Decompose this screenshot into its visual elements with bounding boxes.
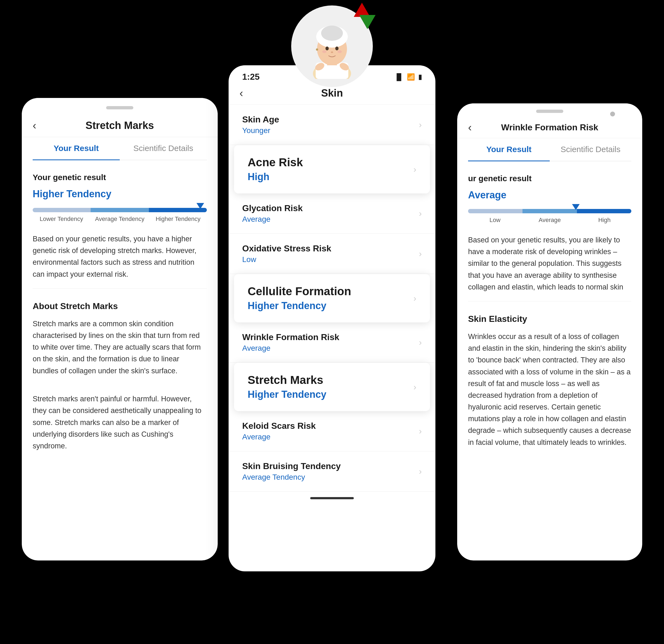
wifi-icon: 📶 [407,73,415,81]
stretch-marks-highlight-chevron-icon: › [413,382,416,392]
tab-your-result-right[interactable]: Your Result [468,138,550,161]
divider-right [468,301,631,302]
status-time: 1:25 [242,72,260,82]
back-arrow-icon[interactable]: ‹ [33,120,36,132]
scale-label-high: High [578,215,631,225]
wrinkle-title: Wrinkle Formation Risk [242,332,339,342]
status-icons: ▐▌ 📶 ▮ [394,73,422,81]
stretch-marks-description: Based on your genetic results, you have … [33,233,207,280]
battery-icon: ▮ [418,73,422,81]
stretch-marks-header: ‹ Stretch Marks [22,114,218,137]
scale-label-3: Higher Tendency [149,214,207,223]
scale-seg-low [468,209,522,213]
about-heading-left: About Stretch Marks [33,299,207,313]
skin-age-title: Skin Age [242,115,279,125]
wrinkle-title: Wrinkle Formation Risk [501,122,598,132]
bruising-content: Skin Bruising Tendency Average Tendency [242,461,341,482]
bruising-subtitle: Average Tendency [242,473,341,482]
scale-label-2: Average Tendency [91,214,148,223]
stretch-marks-tabs: Your Result Scientific Details [33,137,207,160]
skin-elasticity-heading: Skin Elasticity [468,312,631,326]
acne-risk-title: Acne Risk [248,156,303,169]
svg-point-7 [335,46,338,50]
back-arrow-right-icon[interactable]: ‹ [468,121,472,133]
svg-point-8 [331,51,333,53]
list-item-glycation[interactable]: Glycation Risk Average › [229,193,435,234]
about-text-2-left: Stretch marks aren't painful or harmful.… [33,393,207,452]
phone-camera-right [610,111,615,117]
list-item-stretch-marks-highlight[interactable]: Stretch Marks Higher Tendency › [234,363,430,411]
stretch-marks-highlight-content: Stretch Marks Higher Tendency [248,374,326,400]
arrow-green-icon [359,15,376,29]
svg-point-12 [337,50,342,53]
wrinkle-content: ur genetic result Average Low Average Hi… [457,161,642,459]
acne-risk-content: Acne Risk High [248,156,303,183]
list-item-oxidative[interactable]: Oxidative Stress Risk Low › [229,234,435,274]
glycation-subtitle: Average [242,215,303,224]
stretch-marks-highlight-subtitle: Higher Tendency [248,389,326,400]
tab-scientific-details-right[interactable]: Scientific Details [550,138,631,161]
scale-label-low: Low [468,215,522,225]
back-arrow-center-icon[interactable]: ‹ [240,87,243,99]
home-bar-center [310,497,354,499]
svg-point-11 [322,50,327,53]
cellulite-subtitle: Higher Tendency [248,300,351,312]
oxidative-content: Oxidative Stress Risk Low [242,244,331,264]
wrinkle-chevron-icon: › [419,337,422,348]
scale-bar-right [468,209,631,213]
stretch-marks-title: Stretch Marks [85,120,154,131]
glycation-content: Glycation Risk Average [242,203,303,224]
about-text-1-left: Stretch marks are a common skin conditio… [33,318,207,377]
cellulite-title: Cellulite Formation [248,285,351,298]
scale-seg-1 [33,208,90,212]
scale-indicator-right [572,204,580,210]
list-item-skin-age[interactable]: Skin Age Younger › [229,105,435,145]
list-item-keloid[interactable]: Keloid Scars Risk Average › [229,411,435,451]
list-item-wrinkle[interactable]: Wrinkle Formation Risk Average › [229,323,435,363]
phone-stretch-marks: ‹ Stretch Marks Your Result Scientific D… [22,98,218,560]
oxidative-chevron-icon: › [419,249,422,259]
skin-elasticity-text: Wrinkles occur as a result of a loss of … [468,331,631,449]
wrinkle-tabs: Your Result Scientific Details [468,138,631,161]
genetic-result-label-left: Your genetic result [33,171,207,183]
scale-labels-left: Lower Tendency Average Tendency Higher T… [33,214,207,223]
keloid-title: Keloid Scars Risk [242,421,316,431]
signal-icon: ▐▌ [394,73,403,81]
scale-seg-high [577,209,631,213]
list-item-cellulite-highlight[interactable]: Cellulite Formation Higher Tendency › [234,274,430,323]
scale-label-1: Lower Tendency [33,214,90,223]
phone-speaker-right [536,110,563,113]
svg-point-5 [321,25,343,41]
svg-point-13 [316,48,318,50]
bruising-chevron-icon: › [419,466,422,476]
list-item-acne-risk-highlight[interactable]: Acne Risk High › [234,145,430,193]
list-item-bruising[interactable]: Skin Bruising Tendency Average Tendency … [229,451,435,492]
cellulite-chevron-icon: › [413,293,416,303]
scale-right: Low Average High [468,209,631,225]
phone-wrinkle: ‹ Wrinkle Formation Risk Your Result Sci… [457,103,642,560]
acne-risk-subtitle: High [248,171,303,183]
skin-age-chevron-icon: › [419,120,422,130]
phone-skin: 1:25 ▐▌ 📶 ▮ ‹ Skin Skin Age Younger › Ac… [229,65,435,572]
skin-age-content: Skin Age Younger [242,115,279,135]
oxidative-subtitle: Low [242,255,331,264]
scale-left: Lower Tendency Average Tendency Higher T… [33,208,207,223]
genetic-result-value-left: Higher Tendency [33,187,207,201]
stretch-marks-content: Your genetic result Higher Tendency Lowe… [22,160,218,463]
scale-seg-2 [90,208,149,212]
glycation-chevron-icon: › [419,208,422,219]
avatar-svg [305,14,359,79]
skin-age-subtitle: Younger [242,126,279,135]
tab-your-result-left[interactable]: Your Result [33,137,120,160]
divider-left [33,288,207,289]
keloid-subtitle: Average [242,433,316,441]
cellulite-content: Cellulite Formation Higher Tendency [248,285,351,312]
scale-labels-right: Low Average High [468,215,631,225]
genetic-result-value-right: Average [468,188,631,203]
wrinkle-description: Based on your genetic results, you are l… [468,234,631,293]
tab-scientific-details-left[interactable]: Scientific Details [120,137,207,160]
acne-risk-chevron-icon: › [413,164,416,174]
genetic-result-label-right: ur genetic result [468,172,631,185]
keloid-content: Keloid Scars Risk Average [242,421,316,441]
wrinkle-header: ‹ Wrinkle Formation Risk [457,117,642,138]
